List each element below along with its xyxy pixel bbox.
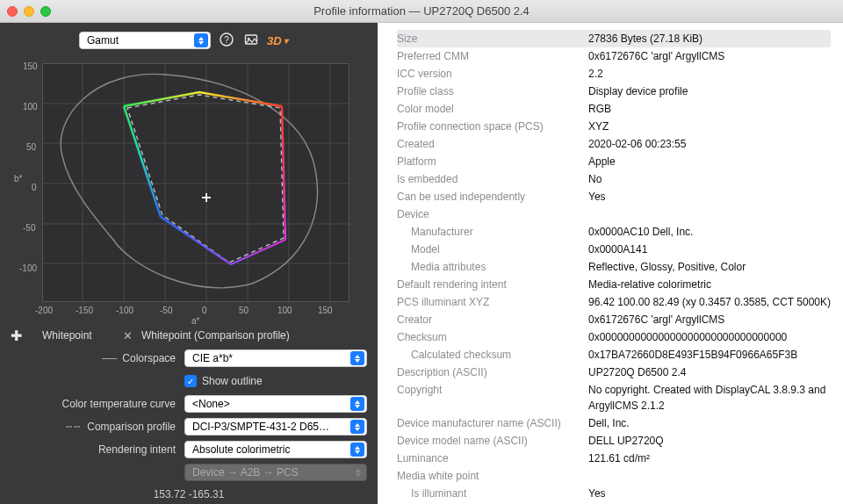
- property-row[interactable]: Device manufacturer name (ASCII)Dell, In…: [397, 414, 831, 432]
- property-row[interactable]: Can be used independentlyYes: [397, 188, 831, 205]
- y-tick: -50: [23, 223, 35, 233]
- property-row[interactable]: Manufacturer0x0000AC10 Dell, Inc.: [397, 223, 831, 241]
- property-key: Copyright: [397, 382, 588, 414]
- property-value: 0x6172676C 'argl' ArgyllCMS: [588, 48, 831, 64]
- property-key: Profile connection space (PCS): [397, 119, 588, 134]
- property-row[interactable]: CopyrightNo copyright. Created with Disp…: [397, 381, 831, 414]
- property-key: Preferred CMM: [397, 48, 588, 64]
- y-tick: 0: [32, 183, 37, 192]
- property-row[interactable]: Profile connection space (PCS)XYZ: [397, 118, 831, 135]
- window-titlebar: Profile information — UP2720Q D6500 2.4: [0, 0, 843, 23]
- property-key: Media attributes: [397, 259, 588, 275]
- x-tick: -100: [116, 306, 133, 315]
- property-key: Device: [397, 206, 588, 222]
- property-row[interactable]: Device: [397, 205, 831, 223]
- x-tick: -50: [160, 306, 172, 315]
- property-key: Model: [397, 241, 588, 257]
- property-value: 2020-02-06 00:23:55: [588, 136, 831, 152]
- property-value: Reflective, Glossy, Positive, Color: [588, 259, 831, 275]
- y-tick: 100: [23, 102, 38, 112]
- property-row[interactable]: Checksum0x000000000000000000000000000000…: [397, 328, 831, 346]
- property-key: Color model: [397, 101, 588, 117]
- plot-mode-select[interactable]: Gamut: [79, 32, 211, 49]
- help-icon[interactable]: ?: [218, 32, 235, 49]
- property-value: Display device profile: [588, 83, 831, 99]
- property-key: Profile class: [397, 83, 588, 99]
- window-title: Profile information — UP2720Q D6500 2.4: [0, 4, 843, 18]
- main-split: Gamut ? 3D b* 150 100 50 0 -50 -100: [0, 23, 843, 504]
- properties-panel[interactable]: Size27836 Bytes (27.18 KiB)Preferred CMM…: [378, 23, 843, 504]
- property-value: Dell, Inc.: [588, 415, 831, 431]
- property-key: Checksum: [397, 329, 588, 345]
- property-key: Luminance: [397, 450, 588, 466]
- image-icon[interactable]: [242, 32, 260, 49]
- property-value: 96.42 100.00 82.49 (xy 0.3457 0.3585, CC…: [588, 294, 831, 310]
- colorspace-select[interactable]: CIE a*b*: [184, 349, 367, 367]
- property-row[interactable]: ICC version2.2: [397, 65, 831, 83]
- property-row[interactable]: PCS illuminant XYZ96.42 100.00 82.49 (xy…: [397, 293, 831, 311]
- property-value: XYZ: [588, 119, 831, 134]
- property-value: 0x17BA72660D8E493F15B94F0966A65F3B: [588, 347, 831, 363]
- property-value: 0x0000AC10 Dell, Inc.: [588, 224, 831, 240]
- property-value: 121.61 cd/m²: [588, 450, 831, 466]
- property-row[interactable]: PlatformApple: [397, 153, 831, 170]
- property-value: [588, 468, 831, 484]
- property-key: Description (ASCII): [397, 364, 588, 380]
- property-row[interactable]: Model0x0000A141: [397, 241, 831, 258]
- cursor-readout: 153.72 -165.31: [11, 488, 367, 500]
- property-row[interactable]: Profile classDisplay device profile: [397, 83, 831, 100]
- property-row[interactable]: Is embeddedNo: [397, 170, 831, 188]
- property-row[interactable]: Default rendering intentMedia-relative c…: [397, 276, 831, 293]
- 3d-menu[interactable]: 3D: [267, 34, 288, 47]
- property-row[interactable]: Is illuminantYes: [397, 485, 831, 502]
- y-tick: 150: [23, 61, 38, 71]
- property-key: Created: [397, 136, 588, 152]
- property-row[interactable]: Preferred CMM0x6172676C 'argl' ArgyllCMS: [397, 47, 831, 65]
- x-tick: -200: [35, 306, 53, 315]
- property-key: Platform: [397, 154, 588, 169]
- property-row[interactable]: Calculated checksum0x17BA72660D8E493F15B…: [397, 346, 831, 364]
- rendering-intent-select[interactable]: Absolute colorimetric: [184, 441, 367, 458]
- property-key: Media white point: [397, 468, 588, 484]
- comparison-profile-select[interactable]: DCI-P3/SMPTE-431-2 D65…: [184, 418, 367, 436]
- property-value: Yes: [588, 486, 831, 501]
- property-key: PCS illuminant XYZ: [397, 294, 588, 310]
- property-key: Is illuminant: [397, 486, 588, 501]
- x-axis-label: a*: [191, 316, 199, 326]
- property-row[interactable]: Luminance121.61 cd/m²: [397, 450, 831, 467]
- property-key: Is embedded: [397, 171, 588, 187]
- property-row[interactable]: Media attributesReflective, Glossy, Posi…: [397, 258, 831, 276]
- svg-text:?: ?: [224, 35, 229, 45]
- property-row[interactable]: Media white point: [397, 467, 831, 485]
- property-value: 0x0000A141: [588, 241, 831, 257]
- x-tick: 50: [239, 306, 249, 315]
- y-tick: 50: [26, 142, 36, 152]
- property-key: Calculated checksum: [397, 347, 588, 363]
- left-controls: ✚ Whitepoint ✕ Whitepoint (Comparison pr…: [11, 321, 367, 500]
- property-key: Device manufacturer name (ASCII): [397, 415, 588, 431]
- property-key: Default rendering intent: [397, 277, 588, 292]
- property-row[interactable]: Description (ASCII)UP2720Q D6500 2.4: [397, 364, 831, 381]
- property-row[interactable]: Device model name (ASCII)DELL UP2720Q: [397, 432, 831, 450]
- property-value: Media-relative colorimetric: [588, 277, 831, 292]
- property-row[interactable]: Creator0x6172676C 'argl' ArgyllCMS: [397, 311, 831, 328]
- show-outline-checkbox[interactable]: ✓: [184, 375, 197, 387]
- pipeline-select-disabled: Device → A2B → PCS: [184, 464, 367, 481]
- property-key: Device model name (ASCII): [397, 433, 588, 449]
- property-value: RGB: [588, 101, 831, 117]
- x-tick: -150: [76, 306, 93, 315]
- legend-whitepoint: Whitepoint: [42, 329, 114, 342]
- property-value: [588, 206, 831, 222]
- property-row[interactable]: Created2020-02-06 00:23:55: [397, 135, 831, 153]
- show-outline-label: Show outline: [202, 375, 263, 387]
- color-temp-curve-select[interactable]: <None>: [184, 395, 367, 413]
- property-value: UP2720Q D6500 2.4: [588, 364, 831, 380]
- property-value: Apple: [588, 154, 831, 169]
- x-tick: 100: [277, 306, 292, 315]
- property-value: No: [588, 171, 831, 187]
- gamut-plot[interactable]: b* 150 100 50 0 -50 -100: [11, 60, 367, 313]
- property-value: Yes: [588, 189, 831, 205]
- x-tick: 0: [202, 306, 207, 315]
- property-row[interactable]: Color modelRGB: [397, 100, 831, 118]
- property-row[interactable]: Size27836 Bytes (27.18 KiB): [397, 30, 831, 47]
